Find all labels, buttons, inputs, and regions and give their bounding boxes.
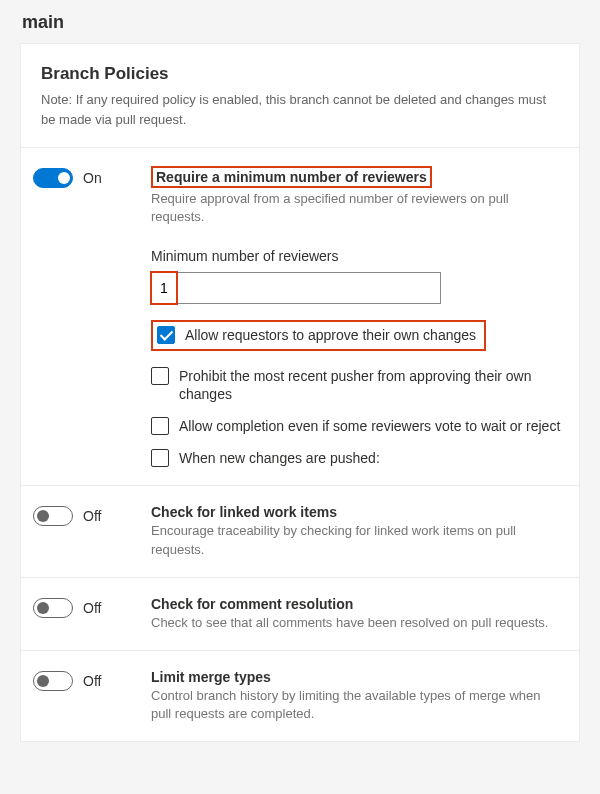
min-reviewers-input[interactable] — [151, 272, 441, 304]
policy-limit-merge: Off Limit merge types Control branch his… — [21, 651, 579, 741]
checkbox-allow-completion[interactable] — [151, 417, 169, 435]
policy-title-linked-work-items: Check for linked work items — [151, 504, 561, 520]
section-note: Note: If any required policy is enabled,… — [41, 90, 559, 129]
policy-title-min-reviewers: Require a minimum number of reviewers — [151, 166, 561, 188]
policy-comment-resolution: Off Check for comment resolution Check t… — [21, 578, 579, 651]
label-prohibit-recent-pusher: Prohibit the most recent pusher from app… — [179, 367, 561, 403]
toggle-min-reviewers[interactable] — [33, 168, 73, 188]
policy-linked-work-items: Off Check for linked work items Encourag… — [21, 486, 579, 577]
toggle-label-off: Off — [83, 508, 101, 524]
toggle-comment-resolution[interactable] — [33, 598, 73, 618]
policy-desc-min-reviewers: Require approval from a specified number… — [151, 190, 561, 226]
label-when-new-changes: When new changes are pushed: — [179, 449, 380, 467]
checkbox-when-new-changes[interactable] — [151, 449, 169, 467]
checkbox-allow-requestors[interactable] — [157, 326, 175, 344]
policy-title-limit-merge: Limit merge types — [151, 669, 561, 685]
toggle-label-off: Off — [83, 673, 101, 689]
toggle-linked-work-items[interactable] — [33, 506, 73, 526]
branch-policies-card: Branch Policies Note: If any required po… — [20, 43, 580, 742]
section-title: Branch Policies — [41, 64, 559, 84]
policy-desc-comment-resolution: Check to see that all comments have been… — [151, 614, 561, 632]
checkbox-prohibit-recent-pusher[interactable] — [151, 367, 169, 385]
label-allow-requestors: Allow requestors to approve their own ch… — [185, 326, 476, 344]
policy-desc-linked-work-items: Encourage traceability by checking for l… — [151, 522, 561, 558]
min-reviewers-field-label: Minimum number of reviewers — [151, 248, 561, 264]
page-title: main — [0, 0, 600, 43]
section-header: Branch Policies Note: If any required po… — [21, 44, 579, 148]
policy-title-comment-resolution: Check for comment resolution — [151, 596, 561, 612]
toggle-label-off: Off — [83, 600, 101, 616]
toggle-label-on: On — [83, 170, 102, 186]
toggle-limit-merge[interactable] — [33, 671, 73, 691]
policy-desc-limit-merge: Control branch history by limiting the a… — [151, 687, 561, 723]
policy-min-reviewers: On Require a minimum number of reviewers… — [21, 148, 579, 486]
label-allow-completion: Allow completion even if some reviewers … — [179, 417, 560, 435]
